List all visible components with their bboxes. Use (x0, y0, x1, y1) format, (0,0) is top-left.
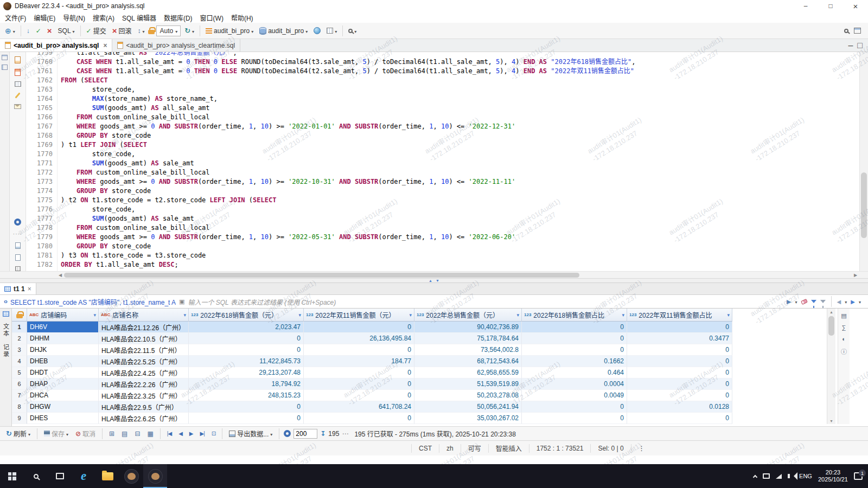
column-header-6[interactable]: 1232022年618销售金额占比▾ (522, 309, 627, 322)
row-number[interactable]: 9 (12, 413, 27, 424)
fetch-size-input[interactable] (293, 429, 317, 439)
table-cell[interactable]: 0 (304, 390, 414, 401)
table-cell[interactable]: 26,136,495.84 (304, 333, 414, 344)
maximize-button[interactable] (818, 0, 843, 12)
calc-panel-icon[interactable]: ∑ (842, 324, 846, 331)
column-header-2[interactable]: ABC店铺名称▾ (99, 309, 189, 322)
mail-icon[interactable] (14, 104, 21, 109)
display-tray-icon[interactable] (763, 473, 770, 479)
transaction-log-button[interactable] (182, 24, 196, 37)
table-cell[interactable]: 0 (627, 344, 732, 356)
write-mode-indicator[interactable]: 可写 (461, 444, 488, 453)
table-cell[interactable]: HLA唯品会22.4.25（广州） (99, 367, 189, 378)
save-button[interactable]: 保存 (42, 427, 71, 440)
table-cell[interactable]: 248,315.23 (189, 390, 304, 401)
edit-row-button[interactable]: ▦ (145, 427, 156, 440)
last-row-button[interactable]: ▶| (198, 427, 207, 440)
row-number[interactable]: 4 (12, 356, 27, 367)
history-forward-icon[interactable] (851, 299, 855, 305)
start-button[interactable] (0, 464, 24, 488)
table-cell[interactable]: 0 (189, 401, 304, 413)
history-back-icon[interactable] (837, 299, 841, 305)
table-cell[interactable]: 0 (304, 413, 414, 424)
refresh-button[interactable]: 刷新 (4, 427, 33, 440)
hidden-icons-chevron[interactable] (753, 474, 757, 479)
table-cell[interactable]: 0 (189, 333, 304, 344)
column-header-1[interactable]: ABC店铺编码▾ (27, 309, 99, 322)
cursor-position[interactable]: 1752 : 1 : 73521 (529, 444, 591, 453)
filter-menu-icon[interactable] (820, 300, 826, 303)
table-cell[interactable]: 0 (522, 413, 627, 424)
table-cell[interactable]: 73,564,002.8 (414, 344, 522, 356)
table-cell[interactable]: 50,056,241.94 (414, 401, 522, 413)
table-cell[interactable]: 0 (304, 322, 414, 333)
row-number[interactable]: 5 (12, 367, 27, 378)
fetch-button[interactable] (24, 24, 32, 37)
column-filter-icon[interactable]: ▾ (298, 312, 301, 318)
table-cell[interactable]: 0.3477 (627, 333, 732, 344)
rollback-button[interactable]: 回滚 (110, 24, 134, 37)
table-cell[interactable]: 0 (189, 344, 304, 356)
column-filter-icon[interactable]: ▾ (622, 312, 624, 318)
column-filter-icon[interactable]: ▾ (409, 312, 412, 318)
menu-item-5[interactable]: SQL 编辑器 (118, 12, 160, 23)
new-connection-button[interactable] (3, 24, 17, 37)
row-number[interactable]: 1 (12, 322, 27, 333)
table-cell[interactable]: 0 (522, 322, 627, 333)
collapse-down-icon[interactable]: ▼ (436, 279, 439, 282)
column-filter-icon[interactable]: ▾ (727, 312, 730, 318)
table-cell[interactable]: 50,203,278.08 (414, 390, 522, 401)
metadata-panel-icon[interactable]: ⓘ (841, 347, 847, 356)
table-cell[interactable]: 18,794.92 (189, 378, 304, 390)
fetch-all-icon[interactable] (320, 430, 326, 438)
close-tab-icon[interactable]: × (103, 42, 107, 49)
volume-tray-icon[interactable] (788, 474, 790, 478)
table-cell[interactable]: DHGW (27, 401, 99, 413)
table-cell[interactable]: DHAP (27, 378, 99, 390)
scroll-left-arrow[interactable]: ◀ (56, 272, 64, 278)
table-cell[interactable]: 641,708.24 (304, 401, 414, 413)
insert-mode-indicator[interactable]: 智能插入 (488, 444, 529, 453)
add-row-button[interactable]: ⊞ (107, 427, 117, 440)
close-button[interactable] (843, 0, 868, 12)
menu-item-2[interactable]: 编辑(E) (30, 12, 59, 23)
editor-tab-1[interactable]: <audit_bi_pro> analysis.sql× (0, 39, 112, 52)
search-dropdown[interactable] (346, 24, 359, 37)
table-cell[interactable]: DHHM (27, 333, 99, 344)
table-cell[interactable]: 62,958,655.59 (414, 367, 522, 378)
table-cell[interactable]: 0.0128 (627, 401, 732, 413)
taskbar-dbeaver-button[interactable] (143, 464, 167, 488)
table-cell[interactable]: 29,213,207.48 (189, 367, 304, 378)
column-filter-icon[interactable]: ▾ (183, 312, 186, 318)
table-cell[interactable]: HLA唯品会22.11.5（广州） (99, 344, 189, 356)
mini-grid-icon[interactable] (15, 266, 21, 271)
table-cell[interactable]: 0.0049 (522, 390, 627, 401)
schema-button[interactable] (324, 24, 339, 37)
table-cell[interactable]: HLA唯品会22.5.25（广州） (99, 356, 189, 367)
delete-row-button[interactable]: ⊟ (132, 427, 142, 440)
apply-filter-icon[interactable] (787, 298, 791, 305)
table-cell[interactable]: DHCA (27, 390, 99, 401)
table-cell[interactable]: 0.0004 (522, 378, 627, 390)
transaction-mode-dropdown[interactable] (135, 24, 146, 37)
table-cell[interactable]: 51,539,519.89 (414, 378, 522, 390)
table-cell[interactable]: 2,023.47 (189, 322, 304, 333)
row-number[interactable]: 8 (12, 401, 27, 413)
editor-hscrollbar[interactable]: ◀ ▶ (0, 271, 868, 279)
table-cell[interactable]: HLA唯品会21.12.26（广州） (99, 322, 189, 333)
restore-projects-icon[interactable] (2, 65, 8, 70)
taskbar-search-button[interactable] (24, 464, 48, 488)
minimize-editor-icon[interactable] (848, 41, 853, 50)
menu-item-1[interactable]: 文件(F) (1, 12, 30, 23)
row-number[interactable]: 3 (12, 344, 27, 356)
quick-search-icon[interactable] (844, 29, 848, 33)
input-language[interactable]: ENG (799, 473, 812, 479)
column-header-4[interactable]: 1232022年双11销售金额（元）▾ (304, 309, 414, 322)
table-cell[interactable]: DHJK (27, 344, 99, 356)
editor-results-splitter[interactable]: ▲ ▼ (0, 279, 868, 283)
gear-icon[interactable] (14, 219, 21, 226)
result-settings-icon[interactable] (284, 430, 291, 437)
goto-row-button[interactable]: ⊡ (209, 427, 218, 440)
editor-vscrollbar[interactable] (859, 52, 868, 271)
minimize-button[interactable] (793, 0, 818, 12)
